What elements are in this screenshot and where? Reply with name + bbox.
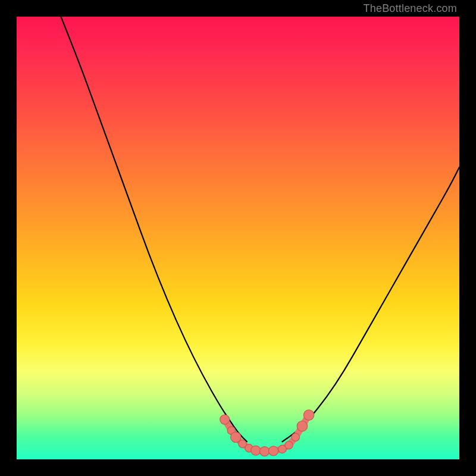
curve-canvas [17, 17, 459, 459]
chart-root: TheBottleneck.com [0, 0, 476, 476]
attribution-text: TheBottleneck.com [364, 2, 457, 15]
plot-area [17, 17, 459, 459]
